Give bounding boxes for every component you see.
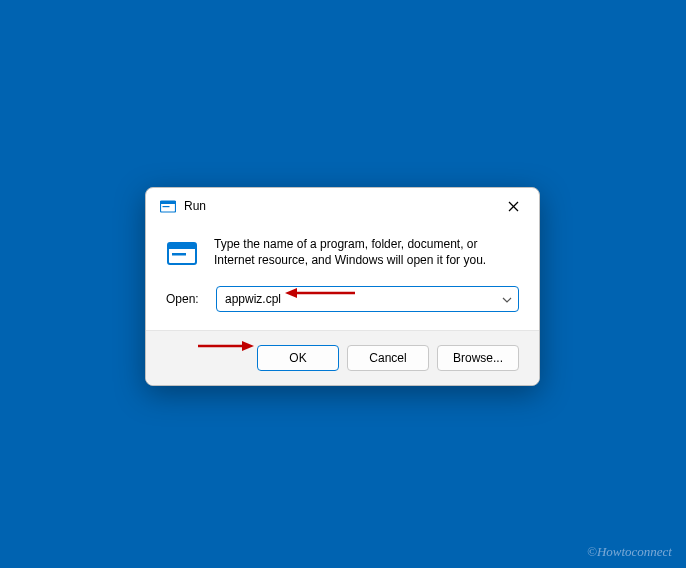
dialog-body: Type the name of a program, folder, docu… [146,222,539,330]
window-title: Run [184,199,497,213]
dialog-description: Type the name of a program, folder, docu… [214,236,519,268]
close-icon [508,201,519,212]
browse-button[interactable]: Browse... [437,345,519,371]
dialog-footer: OK Cancel Browse... [146,330,539,385]
close-button[interactable] [497,194,529,218]
open-combobox[interactable] [216,286,519,312]
run-program-icon [166,238,200,268]
open-label: Open: [166,292,206,306]
titlebar: Run [146,188,539,222]
info-row: Type the name of a program, folder, docu… [166,236,519,268]
cancel-button[interactable]: Cancel [347,345,429,371]
open-input[interactable] [225,292,494,306]
ok-button[interactable]: OK [257,345,339,371]
chevron-down-icon[interactable] [502,294,512,304]
svg-rect-2 [163,206,170,207]
svg-rect-6 [168,243,196,249]
run-icon [160,199,176,213]
run-dialog: Run Type the name of a program, folder, … [145,187,540,386]
open-row: Open: [166,286,519,312]
watermark: ©Howtoconnect [587,544,672,560]
svg-rect-7 [172,253,186,256]
svg-rect-1 [161,201,176,204]
